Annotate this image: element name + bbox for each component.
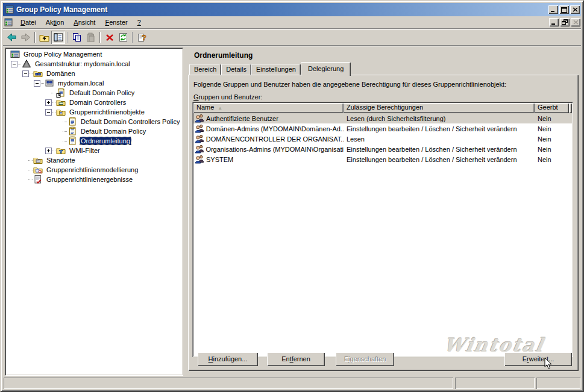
group-icon	[195, 154, 204, 165]
tree-item-default-domain-controllers-policy[interactable]: Default Domain Controllers Policy	[7, 117, 183, 126]
table-row-organisations-admins-mydomain-[interactable]: Organisations-Admins (MYDOMAIN\Organisat…	[193, 144, 572, 154]
close-button[interactable]	[570, 5, 580, 14]
modeling-icon	[33, 165, 43, 175]
tree-item-mydomain-local[interactable]: mydomain.local	[7, 78, 183, 88]
add-button[interactable]: Hinzufügen...	[198, 352, 258, 366]
toolbar-separator	[67, 32, 68, 43]
collapse-icon[interactable]	[34, 80, 40, 87]
tree-item-standorte[interactable]: Standorte	[7, 155, 183, 165]
status-panel-3	[536, 378, 580, 389]
menu-hilfe[interactable]: ?	[133, 17, 146, 28]
forward-icon[interactable]	[19, 31, 33, 44]
properties-button: Eigenschaften	[336, 352, 394, 366]
show-console-tree-icon[interactable]	[51, 31, 65, 44]
tree-item-ordnerumleitung[interactable]: Ordnerumleitung	[7, 136, 183, 146]
forest-icon	[22, 59, 31, 69]
gpo-link-icon	[56, 88, 66, 98]
svg-text:?: ?	[142, 33, 146, 42]
console-content: Group Policy Management Gesamtstruktur: …	[3, 46, 581, 376]
tree-item-wmi-filter[interactable]: WMI-Filter	[7, 146, 183, 155]
permissions-list[interactable]: Name▲ Zulässige Berechtigungen Geerbt Au…	[192, 102, 573, 357]
group-icon	[195, 144, 204, 155]
column-header-inherited[interactable]: Geerbt	[535, 103, 569, 113]
ou-folder-icon	[56, 98, 66, 107]
table-row-dom-nen-admins-mydomain-dom-ne[interactable]: Domänen-Admins (MYDOMAIN\Domänen-Ad... E…	[193, 123, 572, 134]
tree-item-domain-controllers[interactable]: Domain Controllers	[7, 98, 183, 107]
maximize-button[interactable]	[559, 5, 569, 14]
delete-icon[interactable]	[102, 31, 116, 44]
results-icon	[33, 175, 43, 184]
sort-ascending-icon: ▲	[218, 105, 222, 111]
remove-button[interactable]: Entfernen	[267, 352, 325, 366]
child-minimize-button[interactable]	[549, 18, 559, 26]
expand-icon[interactable]	[45, 99, 52, 106]
list-label: Gruppen und Benutzer:	[193, 93, 262, 101]
list-header: Name▲ Zulässige Berechtigungen Geerbt	[193, 103, 572, 113]
copy-icon[interactable]	[70, 31, 84, 44]
tab-details[interactable]: Details	[221, 64, 251, 75]
console-tree: Group Policy Management Gesamtstruktur: …	[5, 48, 183, 376]
collapse-icon[interactable]	[22, 70, 29, 77]
domains-folder-icon	[33, 69, 43, 78]
minimize-button[interactable]	[548, 5, 558, 14]
column-header-permissions[interactable]: Zulässige Berechtigungen	[344, 103, 535, 113]
wmi-folder-icon	[56, 146, 66, 155]
toolbar: ?	[3, 30, 581, 45]
help-icon[interactable]: ?	[135, 31, 149, 44]
page-title: Ordnerumleitung	[188, 48, 580, 62]
status-bar	[3, 377, 581, 389]
group-policy-management-window: Group Policy Management DateiAktionAnsic…	[0, 0, 584, 392]
toolbar-separator	[132, 32, 133, 43]
list-rows: Authentifizierte Benutzer Lesen (durch S…	[193, 113, 572, 164]
tab-bereich[interactable]: Bereich	[189, 64, 221, 75]
back-icon[interactable]	[5, 31, 19, 44]
sites-folder-icon	[33, 155, 43, 165]
gpo-icon	[68, 126, 77, 136]
group-icon	[195, 134, 204, 145]
collapse-icon[interactable]	[45, 109, 52, 116]
toolbar-separator	[99, 32, 101, 43]
table-row-authentifizierte-benutzer[interactable]: Authentifizierte Benutzer Lesen (durch S…	[193, 113, 572, 123]
tree-item-gesamtstruktur-mydomain-local[interactable]: Gesamtstruktur: mydomain.local	[7, 59, 183, 69]
column-header-name[interactable]: Name▲	[193, 103, 344, 113]
menu-items: DateiAktionAnsichtFenster?	[16, 16, 548, 28]
table-row-system[interactable]: SYSTEM Einstellungen bearbeiten / Lösche…	[193, 154, 572, 164]
status-panel-2	[455, 378, 535, 389]
group-icon	[195, 123, 204, 134]
child-close-button[interactable]	[571, 18, 580, 26]
child-restore-button[interactable]	[560, 18, 570, 26]
refresh-icon[interactable]	[116, 31, 130, 44]
gpo-icon	[68, 117, 77, 126]
advanced-button[interactable]: Erweitert...	[504, 352, 572, 366]
tree-item-gruppenrichtlinienobjekte[interactable]: Gruppenrichtlinienobjekte	[7, 107, 183, 117]
tree-item-dom-nen[interactable]: Domänen	[7, 69, 183, 78]
title-bar[interactable]: Group Policy Management	[3, 3, 581, 16]
menu-fenster[interactable]: Fenster	[100, 17, 132, 28]
group-icon	[195, 113, 204, 124]
status-panel-main	[4, 378, 453, 389]
up-one-level-icon[interactable]	[37, 31, 51, 44]
column-header-filler	[569, 103, 572, 113]
menu-aktion[interactable]: Aktion	[41, 17, 69, 28]
domain-icon	[45, 78, 54, 88]
tree-item-group-policy-management[interactable]: Group Policy Management	[7, 49, 183, 59]
tree-item-gruppenrichtlinienergebnisse[interactable]: Gruppenrichtlinienergebnisse	[7, 175, 183, 184]
gpmc-root-icon	[10, 49, 20, 59]
menu-datei[interactable]: Datei	[16, 17, 41, 28]
delegation-tab-page: Folgende Gruppen und Benutzer haben die …	[188, 75, 579, 371]
tree-item-default-domain-policy[interactable]: Default Domain Policy	[7, 88, 183, 98]
tab-delegierung[interactable]: Delegierung	[301, 62, 351, 76]
tree-item-default-domain-policy[interactable]: Default Domain Policy	[7, 126, 183, 136]
tab-einstellungen[interactable]: Einstellungen	[251, 64, 301, 75]
pane-splitter[interactable]	[183, 48, 188, 376]
tab-strip: BereichDetailsEinstellungenDelegierung	[188, 62, 580, 75]
paste-icon[interactable]	[84, 31, 98, 44]
toolbar-separator	[34, 32, 36, 43]
gpmc-app-icon	[5, 5, 14, 14]
table-row-dom-nencontroller-der-organisa[interactable]: DOMÄNENCONTROLLER DER ORGANISAT... Lesen…	[193, 134, 572, 144]
tree-item-gruppenrichtlinienmodellierung[interactable]: Gruppenrichtlinienmodellierung	[7, 165, 183, 175]
collapse-icon[interactable]	[11, 61, 17, 67]
gpo-icon	[68, 136, 77, 146]
expand-icon[interactable]	[45, 148, 52, 154]
menu-ansicht[interactable]: Ansicht	[69, 17, 100, 28]
